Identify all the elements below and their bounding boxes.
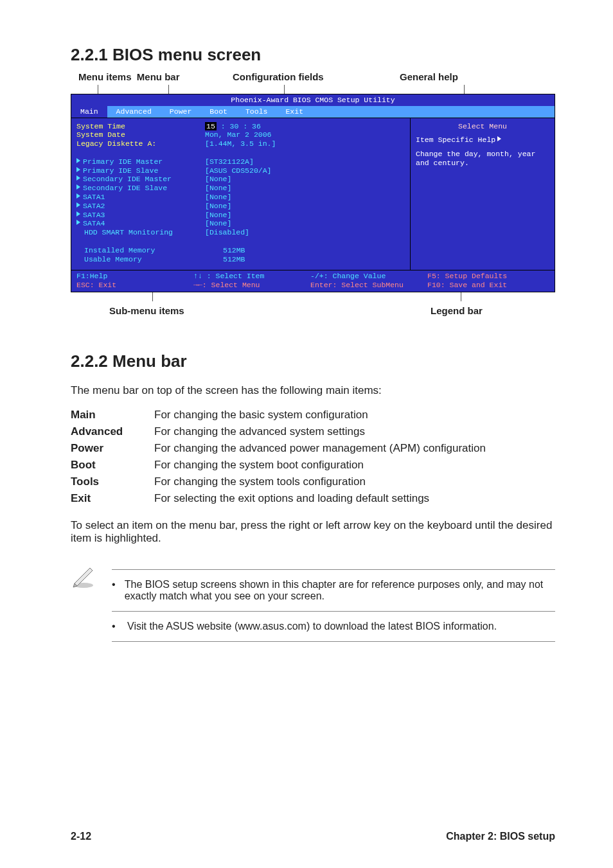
label-config-fields: Configuration fields [200,71,380,82]
menu-desc-boot: For changing the system boot configurati… [154,459,555,472]
top-labels: Menu items Menu bar Configuration fields… [71,71,555,82]
secondary-ide-slave-value: [None] [205,184,405,193]
triangle-icon [76,175,80,181]
note-block: •The BIOS setup screens shown in this ch… [71,560,555,651]
bottom-tick-lines [78,292,555,301]
secondary-ide-master-value: [None] [205,175,405,184]
sata2-value: [None] [205,202,405,211]
legend-f5: F5: Setup Defaults [427,272,549,281]
label-general-help: General help [380,71,555,82]
bios-legend-bar: F1:Help ESC: Exit ↑↓ : Select Item →←: S… [71,270,555,292]
submenu-secondary-ide-slave[interactable]: Secondary IDE Slave [76,184,205,193]
triangle-icon [76,167,80,172]
usable-memory-value: 512MB [205,255,405,264]
note-1: The BIOS setup screens shown in this cha… [125,579,555,602]
sys-time-value[interactable]: 15 : 30 : 36 [205,122,405,131]
page-number: 2-12 [71,831,91,842]
legend-esc: ESC: Exit [76,281,193,290]
label-submenu-items: Sub-menu items [109,305,392,316]
hdd-smart-value[interactable]: [Disabled] [205,228,405,237]
legacy-diskette-value[interactable]: [1.44M, 3.5 in.] [205,139,405,148]
menu-name-boot: Boot [71,459,154,472]
menu-table: MainFor changing the basic system config… [71,409,555,505]
legend-select-item: ↑↓ : Select Item [193,272,310,281]
bios-screen: Phoenix-Award BIOS CMOS Setup Utility Ma… [71,94,555,292]
pencil-icon [71,560,100,651]
bios-menu-bar: Main Advanced Power Boot Tools Exit [71,106,555,118]
divider [112,611,555,612]
divider [112,641,555,642]
bullet-icon: • [112,621,121,632]
submenu-sata2[interactable]: SATA2 [76,202,205,211]
section-222-title: 2.2.2 Menu bar [71,351,555,371]
sata3-value: [None] [205,211,405,220]
submenu-sata4[interactable]: SATA4 [76,219,205,228]
note-2: Visit the ASUS website (www.asus.com) to… [127,621,497,632]
primary-ide-master-value: [ST321122A] [205,157,405,166]
submenu-secondary-ide-master[interactable]: Secondary IDE Master [76,175,205,184]
menu-name-power: Power [71,442,154,455]
divider [112,569,555,570]
bottom-labels: Sub-menu items Legend bar [71,305,555,316]
menubar-select-note: To select an item on the menu bar, press… [71,519,555,545]
installed-memory-label: Installed Memory [76,246,205,255]
menu-name-tools: Tools [71,475,154,488]
triangle-icon [76,158,80,163]
menu-name-main: Main [71,409,154,421]
triangle-icon [76,202,80,208]
section-221-title: 2.2.1 BIOS menu screen [71,45,555,65]
tab-tools[interactable]: Tools [236,106,277,118]
bullet-icon: • [112,579,118,602]
tab-main[interactable]: Main [71,106,107,118]
legend-f10: F10: Save and Exit [427,281,549,290]
chapter-label: Chapter 2: BIOS setup [446,831,555,842]
submenu-sata3[interactable]: SATA3 [76,211,205,220]
top-tick-lines [78,85,555,94]
sys-date-value[interactable]: Mon, Mar 2 2006 [205,130,405,139]
bios-title: Phoenix-Award BIOS CMOS Setup Utility [71,94,555,106]
menu-desc-tools: For changing the system tools configurat… [154,475,555,488]
triangle-icon [76,211,80,217]
item-specific-help-label: Item Specific Help [416,136,549,145]
legend-enter: Enter: Select SubMenu [310,281,427,290]
tab-exit[interactable]: Exit [276,106,312,118]
menu-desc-main: For changing the basic system configurat… [154,409,555,421]
submenu-sata1[interactable]: SATA1 [76,193,205,202]
label-menu-bar: Menu bar [137,71,180,82]
label-legend-bar: Legend bar [392,305,555,316]
sys-time-label: System Time [76,122,205,131]
tab-power[interactable]: Power [161,106,201,118]
legend-select-menu: →←: Select Menu [193,281,310,290]
sys-date-label: System Date [76,130,205,139]
submenu-primary-ide-master[interactable]: Primary IDE Master [76,157,205,166]
legacy-diskette-label: Legacy Diskette A: [76,139,205,148]
menubar-intro: The menu bar on top of the screen has th… [71,384,555,397]
installed-memory-value: 512MB [205,246,405,255]
tab-boot[interactable]: Boot [200,106,236,118]
menu-name-exit: Exit [71,492,154,505]
legend-change-value: -/+: Change Value [310,272,427,281]
hdd-smart-label: HDD SMART Monitoring [76,228,205,237]
primary-ide-slave-value: [ASUS CDS520/A] [205,166,405,175]
triangle-icon [76,220,80,225]
sata4-value: [None] [205,219,405,228]
bios-right-pane: Select Menu Item Specific Help Change th… [410,118,555,270]
menu-desc-power: For changing the advanced power manageme… [154,442,555,455]
triangle-icon [76,184,80,190]
label-menu-items: Menu items [78,71,132,82]
menu-desc-advanced: For changing the advanced system setting… [154,425,555,438]
select-menu-label: Select Menu [416,122,549,131]
page-footer: 2-12 Chapter 2: BIOS setup [71,831,555,842]
help-text: Change the day, month, year and century. [416,150,549,168]
triangle-icon [497,136,501,141]
triangle-icon [76,193,80,199]
menu-name-advanced: Advanced [71,425,154,438]
legend-f1: F1:Help [76,272,193,281]
bios-left-pane: System Time 15 : 30 : 36 System Date Mon… [71,118,410,270]
submenu-primary-ide-slave[interactable]: Primary IDE Slave [76,166,205,175]
menu-desc-exit: For selecting the exit options and loadi… [154,492,555,505]
sata1-value: [None] [205,193,405,202]
usable-memory-label: Usable Memory [76,255,205,264]
tab-advanced[interactable]: Advanced [107,106,161,118]
